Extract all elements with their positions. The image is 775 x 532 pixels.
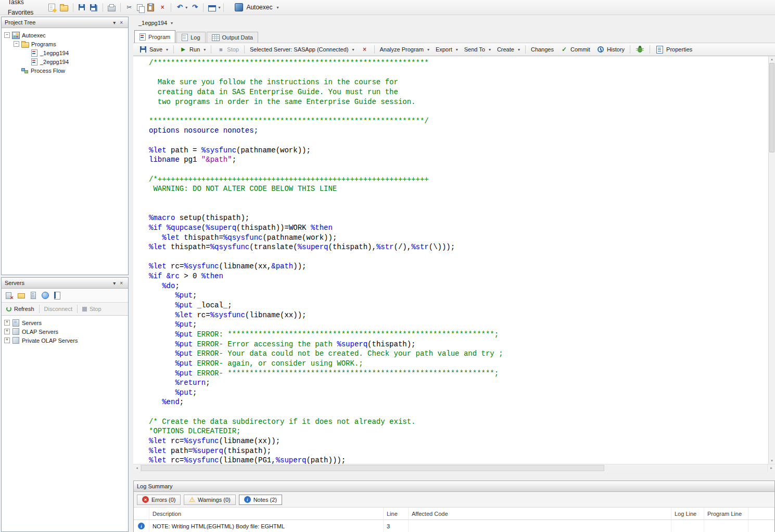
code-line: %let rc=%sysfunc(libname(PG1,%superq(pat…: [149, 456, 768, 464]
table-row[interactable]: iNOTE: Writing HTML(EGHTML) Body file: E…: [134, 520, 774, 532]
stop-button[interactable]: ■Stop: [214, 44, 242, 55]
row-affected-code: [409, 520, 671, 532]
panel-menu-icon[interactable]: ▾: [111, 280, 118, 286]
server-selector[interactable]: Selected Server: SASApp (Connected)▾: [247, 45, 357, 54]
project-node-1egpg194[interactable]: _1egpg194: [2, 48, 128, 57]
analyze-program-button[interactable]: Analyze Program▾: [377, 45, 432, 54]
project-selector[interactable]: Autoexec ▾: [231, 2, 282, 13]
document-tab[interactable]: _1egpg194 ▾: [134, 18, 177, 28]
expand-icon[interactable]: +: [4, 320, 10, 326]
paste-icon[interactable]: [145, 2, 156, 13]
collapse-icon[interactable]: −: [14, 41, 19, 47]
tab-output-data[interactable]: Output Data: [207, 32, 258, 43]
toolbar-separator: [120, 3, 121, 12]
library-icon[interactable]: [53, 291, 61, 300]
undo-icon[interactable]: ↶▾: [174, 2, 188, 12]
program-toolbar: Save▾▶Run▾■StopSelected Server: SASApp (…: [133, 43, 775, 56]
scroll-right-icon[interactable]: ▸: [767, 464, 775, 472]
copy-icon[interactable]: [135, 3, 144, 12]
toolbar-separator: [173, 45, 174, 54]
code-area[interactable]: /***************************************…: [133, 56, 768, 464]
scroll-left-icon[interactable]: ◂: [133, 464, 141, 472]
log-summary-header: Log Summary: [134, 481, 774, 492]
code-line: %return;: [149, 378, 768, 388]
code-line: [149, 107, 768, 116]
expand-icon[interactable]: +: [4, 338, 10, 343]
server-node-olap-servers[interactable]: +OLAP Servers: [2, 327, 128, 336]
close-icon[interactable]: ×: [118, 280, 125, 286]
refresh-button[interactable]: Refresh: [2, 303, 39, 315]
project-tree-header: Project Tree ▾ ×: [2, 17, 128, 28]
column-header-filler: [748, 508, 774, 520]
vertical-scrollbar[interactable]: ▴ ▾: [768, 56, 775, 464]
properties-button[interactable]: Properties: [653, 44, 695, 55]
create-button[interactable]: Create▾: [494, 45, 523, 54]
project-node-process-flow[interactable]: Process Flow: [2, 66, 128, 75]
copy-icon: [137, 4, 143, 11]
menu-tasks[interactable]: Tasks: [3, 0, 38, 7]
toolbar-separator: [374, 45, 375, 54]
stop-button[interactable]: Stop: [78, 303, 106, 315]
button-label: Analyze Program: [380, 46, 424, 53]
save-all-icon[interactable]: [88, 2, 99, 12]
view-tab-strip: ProgramLogOutput Data: [133, 29, 775, 43]
redo-icon[interactable]: ↷: [189, 2, 200, 12]
open-project-icon[interactable]: [58, 2, 70, 13]
server-node-private-olap-servers[interactable]: +Private OLAP Servers: [2, 336, 128, 345]
changes-button[interactable]: Changes: [528, 45, 556, 54]
button-label: Run: [189, 46, 200, 53]
code-line: /* Create the data subdirectory if it do…: [149, 417, 768, 427]
tab-log[interactable]: Log: [176, 32, 205, 43]
code-line: options nosource nonotes;: [149, 126, 768, 136]
new-program-icon[interactable]: [46, 2, 57, 13]
collapse-icon[interactable]: −: [4, 32, 10, 38]
save-icon: [79, 4, 85, 10]
project-node-autoexec[interactable]: −Autoexec: [2, 31, 128, 40]
disconnect-button[interactable]: Disconnect: [40, 303, 77, 315]
history-button[interactable]: History: [594, 44, 627, 55]
log-tab-warnings-0[interactable]: ⚠Warnings (0): [184, 495, 235, 505]
horizontal-scrollbar-thumb[interactable]: [141, 465, 604, 471]
new-folder-icon[interactable]: [17, 291, 26, 300]
tab-program[interactable]: Program: [134, 30, 175, 43]
code-line: %end;: [149, 397, 768, 407]
print-icon[interactable]: [106, 2, 117, 13]
cut-icon[interactable]: ✂: [124, 2, 134, 12]
code-line: %put ERROR- Error accessing the path %su…: [149, 340, 768, 349]
toolbar-separator: [630, 45, 630, 54]
run-button[interactable]: ▶Run▾: [176, 44, 208, 55]
button-label: Stop: [227, 46, 239, 53]
web-icon[interactable]: [41, 291, 49, 300]
history-button-icon: [598, 46, 604, 53]
undo-icon: ↶: [175, 3, 184, 11]
export-button[interactable]: Export▾: [433, 45, 461, 54]
commit-button[interactable]: ✓Commit: [557, 44, 593, 55]
scroll-up-icon[interactable]: ▴: [769, 56, 775, 62]
project-node-2egpg194[interactable]: _2egpg194: [2, 57, 128, 66]
horizontal-scrollbar[interactable]: ◂ ▸: [133, 464, 775, 472]
server-icon[interactable]: [29, 291, 37, 300]
server-node-servers[interactable]: +Servers: [2, 318, 128, 327]
expand-icon[interactable]: +: [4, 329, 10, 334]
scrollbar-track[interactable]: [604, 464, 767, 472]
vertical-scrollbar-thumb[interactable]: [769, 63, 774, 152]
debug-button[interactable]: [633, 45, 647, 55]
scroll-down-icon[interactable]: ▾: [769, 458, 775, 464]
splitter[interactable]: [133, 472, 775, 481]
panel-menu-icon[interactable]: ▾: [111, 20, 118, 25]
menu-favorites[interactable]: Favorites: [3, 7, 38, 18]
sas-enterprise-guide-window: FileEditViewTasksFavoritesProgramToolsHe…: [0, 0, 775, 532]
project-node-programs[interactable]: −Programs: [2, 40, 128, 48]
delete-icon[interactable]: ×: [157, 2, 168, 12]
row-line: 3: [384, 520, 409, 532]
log-tab-notes-2[interactable]: iNotes (2): [239, 495, 282, 505]
connect-server-icon[interactable]: [5, 291, 14, 300]
send-to-button[interactable]: Send To▾: [462, 45, 493, 54]
save-button[interactable]: Save▾: [136, 44, 171, 55]
disconnect-server-button[interactable]: ×: [358, 44, 372, 55]
close-icon[interactable]: ×: [118, 20, 125, 25]
code-line: [149, 204, 768, 214]
save-icon[interactable]: [77, 2, 87, 12]
new-window-icon[interactable]: ▾: [207, 2, 221, 13]
log-tab-errors-0[interactable]: ×Errors (0): [137, 495, 181, 505]
